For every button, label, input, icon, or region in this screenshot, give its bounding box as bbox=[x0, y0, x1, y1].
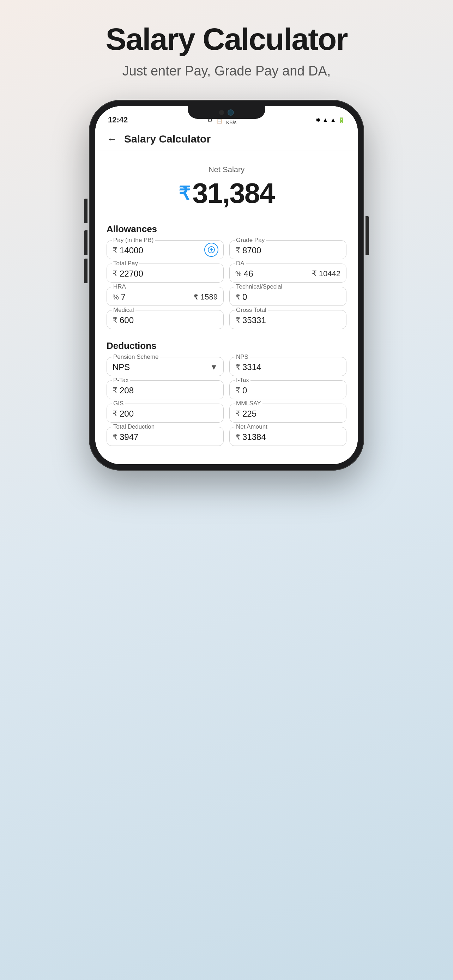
page-title: Salary Calculator bbox=[106, 21, 348, 57]
mmlsay-amount: 225 bbox=[242, 409, 256, 419]
p-tax-amount: 208 bbox=[119, 386, 134, 395]
pension-scheme-value: NPS ▼ bbox=[113, 361, 218, 372]
deductions-row-1: Pension Scheme NPS ▼ NPS ₹ 3314 bbox=[106, 357, 347, 376]
status-bar: 12:42 ⚙ 📋 0KB/s ✱ ▲ ▲ 🔋 bbox=[95, 106, 358, 127]
total-pay-field[interactable]: Total Pay ₹ 22700 bbox=[106, 264, 224, 283]
notch-camera bbox=[227, 109, 234, 116]
total-deduction-field[interactable]: Total Deduction ₹ 3947 bbox=[106, 427, 224, 446]
medical-field[interactable]: Medical ₹ 600 bbox=[106, 310, 224, 329]
nps-amount: 3314 bbox=[242, 362, 261, 372]
total-deduction-amount: 3947 bbox=[119, 432, 138, 442]
deductions-row-4: Total Deduction ₹ 3947 Net Amount ₹ 3138… bbox=[106, 427, 347, 446]
pension-dropdown-arrow[interactable]: ▼ bbox=[210, 363, 218, 372]
pay-amount: 14000 bbox=[119, 245, 143, 255]
hra-label: HRA bbox=[112, 283, 127, 290]
grade-pay-amount: 8700 bbox=[242, 245, 261, 255]
net-amount-label: Net Amount bbox=[235, 423, 269, 430]
deductions-header: Deductions bbox=[106, 340, 347, 352]
net-salary-section: Net Salary ₹ 31,384 bbox=[106, 158, 347, 220]
p-tax-value: ₹ 208 bbox=[113, 384, 218, 395]
hra-field[interactable]: HRA % 7 ₹ 1589 bbox=[106, 287, 224, 306]
total-deduction-label: Total Deduction bbox=[112, 423, 156, 430]
battery-icon: 🔋 bbox=[338, 117, 345, 124]
grade-pay-value: ₹ 8700 bbox=[235, 244, 340, 255]
da-label: DA bbox=[235, 260, 246, 267]
i-tax-field[interactable]: I-Tax ₹ 0 bbox=[229, 380, 347, 399]
pay-field[interactable]: Pay (in the PB) ₹ 14000 bbox=[106, 240, 224, 259]
notch-speaker bbox=[219, 110, 224, 115]
medical-value: ₹ 600 bbox=[113, 314, 218, 325]
net-amount-number: 31384 bbox=[242, 432, 266, 442]
i-tax-label: I-Tax bbox=[235, 377, 251, 384]
mmlsay-value: ₹ 225 bbox=[235, 407, 340, 419]
p-tax-field[interactable]: P-Tax ₹ 208 bbox=[106, 380, 224, 399]
allowances-row-2: Total Pay ₹ 22700 DA % 46 ₹ 10442 bbox=[106, 264, 347, 283]
total-pay-label: Total Pay bbox=[112, 260, 139, 267]
pension-scheme-label: Pension Scheme bbox=[112, 353, 160, 361]
da-amount: ₹ 10442 bbox=[312, 269, 340, 278]
app-bar: ← Salary Calculator bbox=[95, 127, 358, 151]
total-pay-value: ₹ 22700 bbox=[113, 267, 218, 279]
phone-screen: 12:42 ⚙ 📋 0KB/s ✱ ▲ ▲ 🔋 ← Salary Calcula… bbox=[95, 106, 358, 464]
technical-special-amount: 0 bbox=[242, 292, 247, 302]
technical-special-label: Technical/Special bbox=[235, 283, 284, 290]
status-right-icons: ✱ ▲ ▲ 🔋 bbox=[316, 117, 345, 124]
pension-scheme-field[interactable]: Pension Scheme NPS ▼ bbox=[106, 357, 224, 376]
pay-up-button[interactable] bbox=[204, 243, 218, 257]
gis-amount: 200 bbox=[119, 409, 134, 419]
gross-total-label: Gross Total bbox=[235, 307, 268, 313]
allowances-row-1: Pay (in the PB) ₹ 14000 Grade Pay bbox=[106, 240, 347, 259]
gross-total-value: ₹ 35331 bbox=[235, 314, 340, 325]
da-percent: 46 bbox=[244, 269, 253, 279]
gross-total-field[interactable]: Gross Total ₹ 35331 bbox=[229, 310, 347, 329]
grade-pay-label: Grade Pay bbox=[235, 237, 266, 244]
p-tax-label: P-Tax bbox=[112, 377, 130, 384]
gis-field[interactable]: GIS ₹ 200 bbox=[106, 404, 224, 423]
gross-total-amount: 35331 bbox=[242, 315, 266, 325]
technical-special-value: ₹ 0 bbox=[235, 291, 340, 302]
medical-amount: 600 bbox=[119, 315, 134, 325]
gis-label: GIS bbox=[112, 400, 125, 407]
hra-amount: ₹ 1589 bbox=[193, 293, 218, 302]
bluetooth-icon: ✱ bbox=[316, 117, 320, 124]
back-button[interactable]: ← bbox=[106, 133, 117, 145]
nps-field[interactable]: NPS ₹ 3314 bbox=[229, 357, 347, 376]
technical-special-field[interactable]: Technical/Special ₹ 0 bbox=[229, 287, 347, 306]
hra-percent: 7 bbox=[121, 292, 126, 302]
net-salary-label: Net Salary bbox=[106, 165, 347, 174]
grade-pay-field[interactable]: Grade Pay ₹ 8700 bbox=[229, 240, 347, 259]
total-pay-amount: 22700 bbox=[119, 269, 143, 279]
allowances-header: Allowances bbox=[106, 224, 347, 235]
deductions-row-3: GIS ₹ 200 MMLSAY ₹ 225 bbox=[106, 404, 347, 423]
net-amount-field[interactable]: Net Amount ₹ 31384 bbox=[229, 427, 347, 446]
hra-value: % 7 ₹ 1589 bbox=[113, 291, 218, 302]
i-tax-amount: 0 bbox=[242, 386, 247, 395]
nps-value: ₹ 3314 bbox=[235, 361, 340, 372]
notch bbox=[188, 106, 265, 119]
allowances-row-3: HRA % 7 ₹ 1589 Technical/Special ₹ 0 bbox=[106, 287, 347, 306]
da-value: % 46 ₹ 10442 bbox=[235, 267, 340, 279]
phone-shell: 12:42 ⚙ 📋 0KB/s ✱ ▲ ▲ 🔋 ← Salary Calcula… bbox=[89, 100, 364, 471]
status-time: 12:42 bbox=[108, 115, 128, 124]
gis-value: ₹ 200 bbox=[113, 407, 218, 419]
nps-label: NPS bbox=[235, 353, 250, 361]
pay-label: Pay (in the PB) bbox=[112, 237, 155, 244]
pay-value: ₹ 14000 bbox=[113, 244, 218, 255]
net-salary-currency: ₹ bbox=[178, 183, 190, 204]
net-amount-value: ₹ 31384 bbox=[235, 431, 340, 442]
pension-scheme-selected: NPS bbox=[113, 362, 130, 372]
screen-content: Net Salary ₹ 31,384 Allowances Pay (in t… bbox=[95, 151, 358, 464]
signal-icon: ▲ bbox=[330, 117, 336, 123]
mmlsay-label: MMLSAY bbox=[235, 400, 262, 407]
net-salary-amount: ₹ 31,384 bbox=[106, 177, 347, 210]
pay-rupee: ₹ bbox=[113, 246, 118, 255]
page-subtitle: Just enter Pay, Grade Pay and DA, bbox=[122, 64, 331, 79]
da-field[interactable]: DA % 46 ₹ 10442 bbox=[229, 264, 347, 283]
app-bar-title: Salary Calculator bbox=[124, 133, 211, 145]
wifi-icon: ▲ bbox=[323, 117, 328, 123]
net-salary-value: 31,384 bbox=[192, 177, 275, 210]
i-tax-value: ₹ 0 bbox=[235, 384, 340, 395]
deductions-row-2: P-Tax ₹ 208 I-Tax ₹ 0 bbox=[106, 380, 347, 399]
medical-label: Medical bbox=[112, 307, 135, 313]
mmlsay-field[interactable]: MMLSAY ₹ 225 bbox=[229, 404, 347, 423]
